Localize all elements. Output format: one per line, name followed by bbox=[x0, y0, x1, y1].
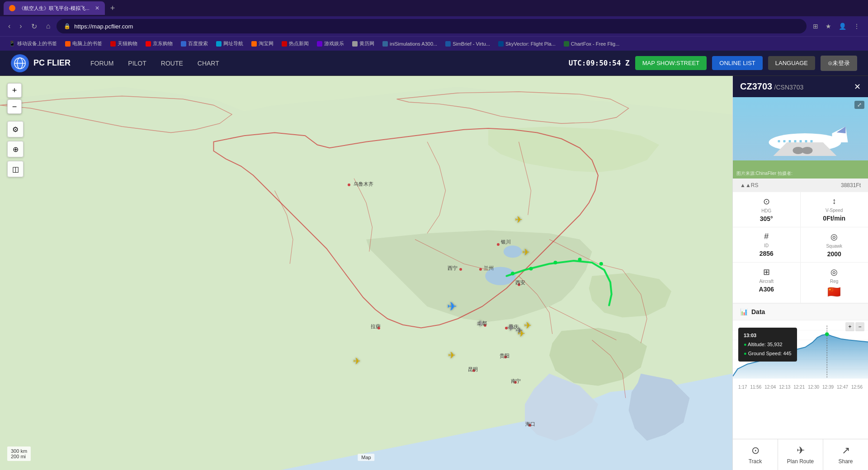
reg-flag: 🇨🇳 bbox=[827, 286, 841, 298]
map-show-button[interactable]: MAP SHOW:STREET bbox=[635, 56, 707, 70]
hdg-value: 305° bbox=[760, 215, 773, 222]
svg-point-33 bbox=[825, 332, 829, 336]
stats-right: 38831Ft bbox=[841, 182, 861, 188]
aircraft-icon-3[interactable]: ✈ bbox=[475, 318, 486, 329]
aircraft-icon-2[interactable]: ✈ bbox=[520, 247, 531, 258]
bookmark-simbrief[interactable]: SimBrief - Virtu... bbox=[442, 40, 494, 47]
bookmark-jd[interactable]: 京东购物 bbox=[142, 39, 176, 48]
new-tab-button[interactable]: + bbox=[107, 4, 119, 13]
bookmark-baidu[interactable]: 百度搜索 bbox=[177, 39, 212, 48]
svg-point-4 bbox=[485, 267, 516, 286]
profile-btn[interactable]: 👤 bbox=[836, 21, 849, 32]
mobile-icon: 📱 bbox=[9, 41, 15, 47]
aircraft-icon-9[interactable]: ✈ bbox=[351, 356, 362, 367]
plan-route-label: Plan Route bbox=[787, 458, 814, 465]
bookmark-skyvector[interactable]: SkyVector: Flight Pla... bbox=[495, 40, 559, 47]
track-icon: ⊙ bbox=[751, 445, 760, 456]
aircraft-icon-7[interactable]: ✈ bbox=[522, 320, 533, 331]
city-dot-lhasa bbox=[377, 327, 380, 329]
header-right: UTC:09:50:54 Z MAP SHOW:STREET ONLINE LI… bbox=[569, 56, 857, 71]
bookmark-games[interactable]: 游戏娱乐 bbox=[313, 39, 348, 48]
svg-rect-22 bbox=[805, 140, 807, 142]
nav-route[interactable]: ROUTE bbox=[156, 57, 189, 70]
track-label: Track bbox=[749, 458, 762, 465]
nav-menu: FORUM PILOT ROUTE CHART bbox=[85, 57, 225, 70]
settings-button[interactable]: ⚙ bbox=[7, 121, 24, 137]
map-container[interactable]: + − ⚙ ⊕ ◫ 乌鲁木齐 银川 兰州 西宁 西安 拉萨 成都 重庆 贵阳 昆… bbox=[0, 76, 732, 470]
bookmark-taobao[interactable]: 淘宝网 bbox=[248, 39, 277, 48]
svg-rect-23 bbox=[811, 140, 813, 142]
login-button[interactable]: ⊙未登录 bbox=[821, 56, 857, 71]
reg-icon: ◎ bbox=[830, 267, 838, 277]
aircraft-icon-1[interactable]: ✈ bbox=[513, 214, 524, 225]
bookmark-btn[interactable]: ★ bbox=[823, 21, 834, 32]
refresh-button[interactable]: ↻ bbox=[28, 20, 40, 33]
location-button[interactable]: ◫ bbox=[7, 161, 24, 177]
flight-id: CZ3703 /CSN3703 bbox=[740, 81, 803, 92]
zoom-in-button[interactable]: + bbox=[7, 83, 22, 98]
bookmark-tmall[interactable]: 电脑上的书签 bbox=[61, 39, 106, 48]
home-button[interactable]: ⌂ bbox=[43, 20, 53, 32]
nav-forum[interactable]: FORUM bbox=[85, 57, 119, 70]
city-dot-lanzhou bbox=[479, 268, 482, 271]
svg-point-26 bbox=[802, 147, 813, 154]
aircraft-type-icon: ⊞ bbox=[763, 267, 770, 277]
close-panel-button[interactable]: ✕ bbox=[854, 82, 861, 92]
chart-zoom-out[interactable]: − bbox=[855, 322, 864, 331]
hdg-label: HDG bbox=[761, 208, 771, 213]
browser-chrome: 《航空人生》联飞平台-模拟飞... ✕ + ‹ › ↻ ⌂ 🔒 https://… bbox=[0, 0, 868, 51]
online-list-button[interactable]: ONLINE LIST bbox=[712, 56, 762, 70]
chart-zoom-in[interactable]: + bbox=[845, 322, 854, 331]
nav-chart[interactable]: CHART bbox=[192, 57, 225, 70]
share-icon: ↗ bbox=[842, 445, 850, 456]
panel-footer: ⊙ Track ✈ Plan Route ↗ Share bbox=[733, 439, 868, 470]
stats-left: ▲▲RS bbox=[740, 182, 758, 188]
back-button[interactable]: ‹ bbox=[5, 20, 13, 32]
city-dot-haikou bbox=[528, 424, 531, 427]
address-bar[interactable]: 🔒 https://map.pcflier.com bbox=[57, 19, 807, 33]
data-section-title: Data bbox=[751, 308, 765, 315]
vspeed-icon: ↕ bbox=[832, 197, 836, 206]
hdg-icon: ⊙ bbox=[763, 197, 770, 207]
active-tab[interactable]: 《航空人生》联飞平台-模拟飞... ✕ bbox=[4, 1, 105, 15]
bookmark-nav[interactable]: 网址导航 bbox=[212, 39, 247, 48]
bookmark-ini[interactable]: iniSimulations A300... bbox=[379, 40, 441, 47]
menu-btn[interactable]: ⋮ bbox=[851, 21, 863, 32]
tab-close-btn[interactable]: ✕ bbox=[95, 5, 99, 11]
url-display: https://map.pcflier.com bbox=[74, 23, 133, 30]
zoom-out-button[interactable]: − bbox=[7, 99, 22, 114]
city-dot-urumqi bbox=[348, 183, 350, 186]
city-dot-xian bbox=[518, 283, 520, 286]
image-credit: 图片来源:ChinaFlier 拍摄者: bbox=[736, 170, 793, 177]
squawk-value: 2000 bbox=[827, 250, 841, 258]
tab-favicon bbox=[9, 5, 15, 11]
image-expand-button[interactable]: ⤢ bbox=[854, 101, 864, 109]
language-button[interactable]: LANGUAGE bbox=[768, 56, 815, 70]
panel-header: CZ3703 /CSN3703 ✕ bbox=[733, 76, 868, 97]
data-chart: 13:03 ● Altitude: 35,932 ● Ground Speed:… bbox=[733, 320, 868, 384]
browser-actions: ⊞ ★ 👤 ⋮ bbox=[810, 21, 863, 32]
bookmark-calendar[interactable]: 黄历网 bbox=[349, 39, 378, 48]
info-grid: ⊙ HDG 305° ↕ V-Speed 0Ft/min # ID 2856 ◎… bbox=[733, 192, 868, 304]
nav-pilot[interactable]: PILOT bbox=[123, 57, 151, 70]
squawk-cell: ◎ Squawk 2000 bbox=[801, 227, 868, 263]
track-button[interactable]: ⊙ Track bbox=[733, 439, 778, 470]
right-panel: CZ3703 /CSN3703 ✕ bbox=[732, 76, 868, 470]
main-aircraft-icon[interactable]: ✈ bbox=[447, 301, 458, 312]
aircraft-type-label: Aircraft bbox=[759, 279, 774, 284]
url-domain: pcflier.com bbox=[105, 23, 133, 30]
plan-route-button[interactable]: ✈ Plan Route bbox=[778, 439, 823, 470]
forward-button[interactable]: › bbox=[17, 20, 24, 32]
chart-zoom-controls: + − bbox=[845, 322, 864, 331]
bookmark-news[interactable]: 热点新闻 bbox=[278, 39, 312, 48]
altitude-cell: ↕ V-Speed 0Ft/min bbox=[801, 192, 868, 227]
map-svg bbox=[0, 76, 732, 470]
layers-button[interactable]: ⊕ bbox=[7, 141, 24, 157]
bookmark-chartfox[interactable]: ChartFox - Free Flig... bbox=[560, 40, 623, 47]
squawk-icon: ◎ bbox=[830, 232, 838, 242]
extensions-btn[interactable]: ⊞ bbox=[810, 21, 821, 32]
bookmark-mobile[interactable]: 📱 移动设备上的书签 bbox=[5, 39, 61, 48]
share-button[interactable]: ↗ Share bbox=[823, 439, 868, 470]
bookmark-shop[interactable]: 天猫购物 bbox=[107, 39, 141, 48]
aircraft-icon-8[interactable]: ✈ bbox=[446, 350, 457, 361]
